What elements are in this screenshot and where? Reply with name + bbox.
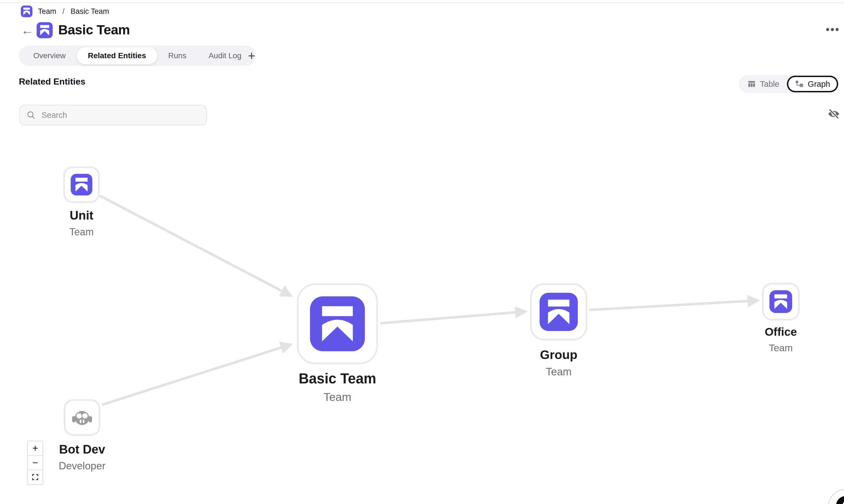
robot-face-icon xyxy=(70,406,94,429)
zoom-out-button[interactable]: − xyxy=(28,455,43,470)
graph-node-office-label: Office Team xyxy=(722,325,839,354)
graph-node-basic-team[interactable] xyxy=(297,283,378,364)
port-logo-icon xyxy=(769,290,792,313)
edge-bot-dev-basic-team xyxy=(102,345,291,405)
app-window: Team / Basic Team ← Basic Team ••• Overv… xyxy=(0,0,844,504)
graph-node-office[interactable] xyxy=(762,283,800,321)
fullscreen-icon xyxy=(31,473,39,481)
port-logo-icon xyxy=(310,296,365,351)
node-title: Office xyxy=(722,325,839,339)
graph-edges xyxy=(0,0,844,504)
graph-zoom-controls: + − xyxy=(28,441,43,485)
node-subtitle: Team xyxy=(23,226,140,238)
node-title: Group xyxy=(501,348,617,362)
graph-node-group[interactable] xyxy=(530,283,587,340)
graph-node-bot-dev[interactable] xyxy=(64,399,101,436)
node-title: Basic Team xyxy=(279,371,396,387)
graph-node-group-label: Group Team xyxy=(501,348,617,378)
edge-group-office xyxy=(590,301,757,310)
graph-node-unit-label: Unit Team xyxy=(23,209,140,238)
graph-node-basic-team-label: Basic Team Team xyxy=(279,371,396,404)
port-logo-icon xyxy=(540,293,578,331)
edge-basic-team-group xyxy=(380,312,525,323)
node-subtitle: Team xyxy=(501,366,617,378)
node-title: Unit xyxy=(23,209,140,222)
port-logo-icon xyxy=(71,174,92,195)
node-subtitle: Team xyxy=(279,391,396,404)
node-subtitle: Team xyxy=(722,342,839,354)
fit-view-button[interactable] xyxy=(28,470,43,485)
help-button[interactable]: ? xyxy=(836,496,844,504)
graph-node-unit[interactable] xyxy=(63,166,100,203)
zoom-in-button[interactable]: + xyxy=(28,441,43,456)
